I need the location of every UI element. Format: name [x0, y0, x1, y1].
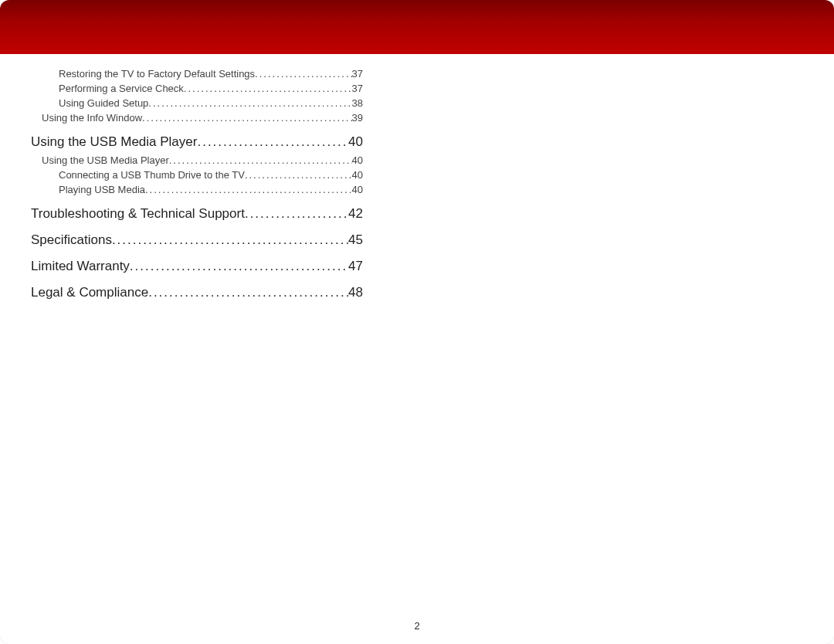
toc-entry: Playing USB Media 40 — [31, 184, 363, 195]
toc-page: 38 — [352, 97, 363, 109]
toc-entry: Using Guided Setup 38 — [31, 97, 363, 109]
toc-page: 40 — [348, 134, 363, 150]
toc-title: Playing USB Media — [59, 184, 145, 195]
toc-page: 42 — [348, 206, 363, 222]
toc-entry: Connecting a USB Thumb Drive to the TV 4… — [31, 169, 363, 181]
toc-leader — [142, 112, 351, 124]
toc-page: 39 — [352, 112, 363, 124]
toc-leader — [255, 68, 351, 80]
toc-entry: Specifications 45 — [31, 232, 363, 248]
toc-title: Using the USB Media Player — [31, 134, 197, 150]
toc-leader — [112, 232, 348, 248]
toc-leader — [197, 134, 348, 150]
toc-entry: Using the USB Media Player 40 — [31, 154, 363, 166]
toc-page: 48 — [348, 285, 363, 300]
toc-leader — [130, 259, 348, 274]
toc-entry: Restoring the TV to Factory Default Sett… — [31, 68, 363, 80]
toc-page: 47 — [348, 259, 363, 274]
toc-page: 40 — [352, 184, 363, 195]
toc-entry: Troubleshooting & Technical Support 42 — [31, 206, 363, 222]
toc-content: Restoring the TV to Factory Default Sett… — [0, 54, 409, 300]
toc-entry: Performing a Service Check 37 — [31, 83, 363, 94]
toc-page: 37 — [352, 68, 363, 80]
toc-title: Restoring the TV to Factory Default Sett… — [59, 68, 255, 80]
toc-leader — [148, 285, 348, 300]
toc-page: 45 — [348, 232, 363, 248]
toc-title: Using the Info Window — [42, 112, 142, 124]
toc-entry: Using the Info Window 39 — [31, 112, 363, 124]
toc-leader — [245, 206, 348, 222]
toc-title: Specifications — [31, 232, 112, 248]
toc-title: Connecting a USB Thumb Drive to the TV — [59, 169, 245, 181]
toc-entry: Legal & Compliance 48 — [31, 285, 363, 300]
toc-title: Using Guided Setup — [59, 97, 148, 109]
toc-page: 40 — [352, 154, 363, 166]
toc-leader — [148, 97, 351, 109]
toc-entry: Using the USB Media Player 40 — [31, 134, 363, 150]
toc-title: Using the USB Media Player — [42, 154, 169, 166]
toc-leader — [184, 83, 352, 94]
toc-page: 40 — [352, 169, 363, 181]
toc-page: 37 — [352, 83, 363, 94]
toc-leader — [245, 169, 352, 181]
toc-title: Limited Warranty — [31, 259, 130, 274]
toc-leader — [169, 154, 352, 166]
toc-title: Performing a Service Check — [59, 83, 184, 94]
toc-entry: Limited Warranty 47 — [31, 259, 363, 274]
toc-title: Troubleshooting & Technical Support — [31, 206, 245, 222]
toc-title: Legal & Compliance — [31, 285, 148, 300]
header-bar — [0, 0, 834, 54]
toc-leader — [145, 184, 352, 195]
page-number: 2 — [0, 620, 834, 632]
